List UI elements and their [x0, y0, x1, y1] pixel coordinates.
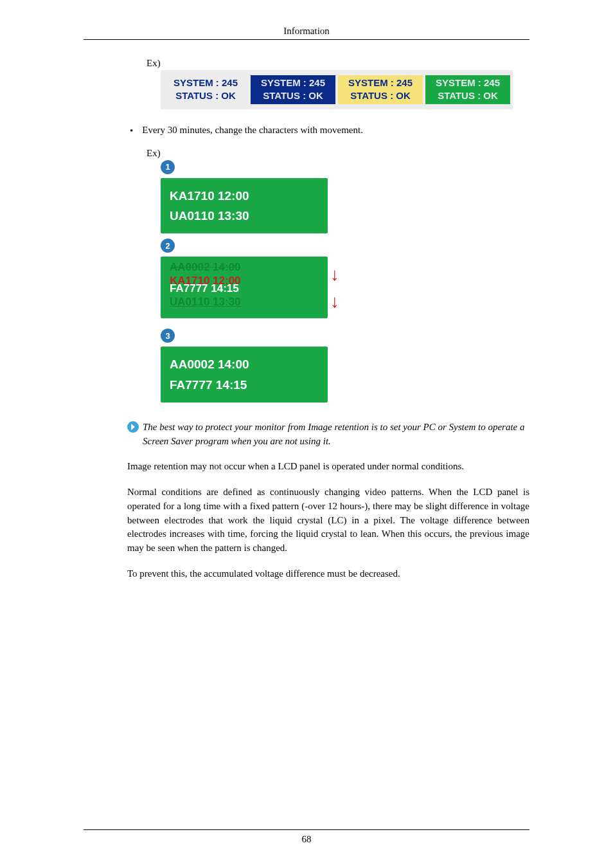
example-label-1: Ex) — [147, 58, 529, 69]
footer-rule — [84, 829, 529, 830]
sys-cell-2: SYSTEM : 245 STATUS : OK — [251, 75, 335, 104]
schedule-panel-2-wrap: 2 AA0002 14:00 KA1710 12:00 FA7777 14:15… — [161, 239, 339, 318]
sys-cell-3: SYSTEM : 245 STATUS : OK — [338, 75, 423, 104]
schedule-line: FA7777 14:15 — [170, 375, 319, 395]
sys-line2: STATUS : OK — [252, 89, 334, 102]
page-header: Information — [84, 26, 529, 37]
schedule-line: UA0110 13:30 — [170, 206, 319, 226]
sys-line1: SYSTEM : 245 — [164, 77, 247, 89]
note-text: The best way to protect your monitor fro… — [143, 420, 529, 449]
page-number: 68 — [84, 834, 529, 845]
sys-line2: STATUS : OK — [339, 89, 422, 102]
schedule-board-scrolling: AA0002 14:00 KA1710 12:00 FA7777 14:15 U… — [161, 257, 328, 318]
sys-line2: STATUS : OK — [164, 89, 247, 102]
sys-cell-1: SYSTEM : 245 STATUS : OK — [163, 75, 248, 104]
sys-line2: STATUS : OK — [427, 89, 509, 102]
note-arrow-icon — [127, 421, 139, 433]
paragraph: Normal conditions are defined as continu… — [127, 485, 529, 556]
badge-1-icon: 1 — [161, 160, 175, 174]
badge-3-icon: 3 — [161, 329, 175, 343]
sys-line1: SYSTEM : 245 — [252, 77, 334, 89]
arrow-down-icon: ↓ — [330, 266, 339, 284]
ghost-line: UA0110 13:30 — [170, 295, 319, 309]
schedule-line: KA1710 12:00 — [170, 186, 319, 206]
schedule-board: AA0002 14:00 FA7777 14:15 — [161, 347, 328, 402]
schedule-panel-3: 3 AA0002 14:00 FA7777 14:15 — [161, 329, 328, 402]
schedule-line: AA0002 14:00 — [170, 354, 319, 374]
bullet-dot-icon: • — [130, 125, 133, 136]
bullet-item: • Every 30 minutes, change the character… — [130, 125, 529, 136]
system-status-row: SYSTEM : 245 STATUS : OK SYSTEM : 245 ST… — [161, 70, 513, 109]
arrow-down-icon: ↓ — [330, 293, 339, 311]
schedule-example: 1 KA1710 12:00 UA0110 13:30 2 AA0002 14:… — [161, 160, 509, 402]
scroll-arrows: ↓ ↓ — [330, 257, 339, 318]
sys-line1: SYSTEM : 245 — [427, 77, 509, 89]
schedule-board: KA1710 12:00 UA0110 13:30 — [161, 178, 328, 234]
schedule-line: FA7777 14:15 — [170, 282, 319, 295]
note-block: The best way to protect your monitor fro… — [127, 420, 529, 449]
page-footer: 68 — [84, 829, 529, 845]
ghost-line: AA0002 14:00 — [170, 260, 319, 274]
bullet-text: Every 30 minutes, change the characters … — [142, 125, 363, 136]
paragraph: Image retention may not occur when a LCD… — [127, 460, 529, 474]
paragraph: To prevent this, the accumulated voltage… — [127, 567, 529, 581]
badge-2-icon: 2 — [161, 239, 175, 253]
header-rule — [84, 39, 529, 40]
schedule-panel-1: 1 KA1710 12:00 UA0110 13:30 — [161, 160, 328, 234]
example-label-2: Ex) — [147, 148, 529, 159]
page: Information Ex) SYSTEM : 245 STATUS : OK… — [0, 0, 613, 868]
sys-cell-4: SYSTEM : 245 STATUS : OK — [425, 75, 510, 104]
sys-line1: SYSTEM : 245 — [339, 77, 422, 89]
schedule-panel-2: 2 AA0002 14:00 KA1710 12:00 FA7777 14:15… — [161, 239, 328, 318]
